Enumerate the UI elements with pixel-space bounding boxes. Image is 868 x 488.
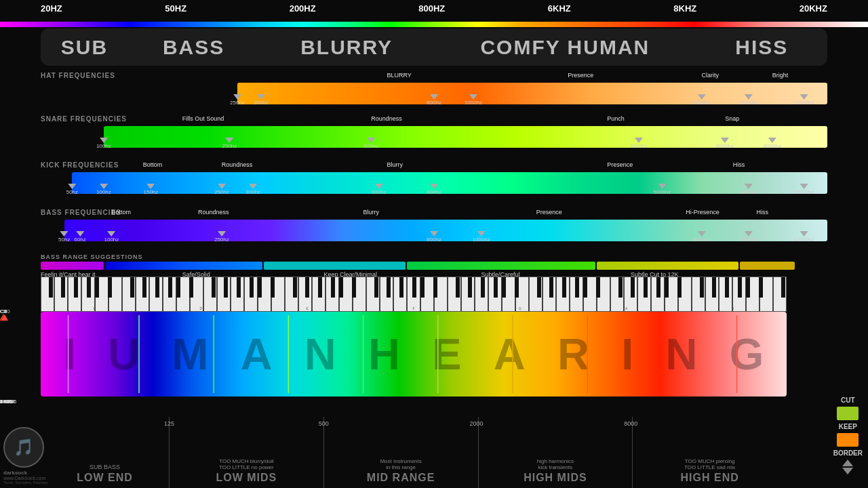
hat-marker-300: 300hz xyxy=(254,94,269,106)
bass-label-hiss: Hiss xyxy=(757,209,769,216)
bass-label-round: Roundness xyxy=(198,209,229,216)
side-panel: CUT KEEP BORDER xyxy=(833,396,863,474)
keep-bar xyxy=(837,433,859,447)
freq-label-200hz: 200HZ xyxy=(290,3,316,14)
freq-label-6khz: 6KHZ xyxy=(548,3,571,14)
bass-label-blurry: Blurry xyxy=(363,209,380,216)
spectrum-rainbow-bar xyxy=(0,22,868,27)
hl-H: H xyxy=(368,329,400,380)
hl-I: I xyxy=(64,329,76,380)
bass-m-1000: 1000hz xyxy=(472,231,490,243)
kick-label-blurry: Blurry xyxy=(387,161,403,168)
snare-bar-area: Fills Out Sound Roundness Punch Snap 100… xyxy=(41,126,827,148)
bottom-labels-section: SUB BASS LOW END 125 TOO MUCH blurry/dul… xyxy=(41,417,787,488)
hl-E: E xyxy=(432,329,461,380)
bottom-mid-range-sub: Most Instruments in this range xyxy=(380,458,421,470)
bottom-high-mids-sub: high harmonics kick transients xyxy=(537,458,574,470)
piano-black-keys xyxy=(41,277,786,298)
snare-label-round: Roundness xyxy=(371,115,402,122)
bass-range-bars xyxy=(41,262,827,270)
hearing-letters-row: I U M A N H E A R I N G xyxy=(41,312,787,396)
freq-label-8khz: 8KHZ xyxy=(673,3,696,14)
kick-label-bottom: Bottom xyxy=(143,161,163,168)
bottom-sub-bass-text: SUB BASS xyxy=(90,464,120,470)
range-bass: BASS xyxy=(128,36,259,59)
bass-label-bottom: Bottom xyxy=(111,209,131,216)
range-comfy: COMFY HUMAN xyxy=(434,36,696,59)
bass-m-8000: 8000hz xyxy=(740,231,757,243)
hl-M: M xyxy=(172,329,208,380)
hat-marker-1000: 1000hz xyxy=(465,94,482,106)
kick-m-600: 600hz xyxy=(372,184,387,195)
bass-section: BASS FREQUENCIES Bottom Roundness Blurry… xyxy=(41,209,827,241)
bass-bar xyxy=(64,220,827,241)
snare-marker-8000: 8000hz xyxy=(764,138,781,149)
border-arrows xyxy=(842,460,853,474)
br-bar-4 xyxy=(407,262,595,270)
bass-range-title: BASS RANGE SUGGESTIONS xyxy=(41,253,827,260)
kick-m-800: 800hz xyxy=(427,184,441,195)
snare-title: SNARE FREQUENCIES xyxy=(41,115,827,123)
logo-tagline: Tools, Samples, Patches xyxy=(3,481,64,485)
snare-label-fills: Fills Out Sound xyxy=(182,115,224,122)
logo-area: 🎵 darksock www.DarkSock.com Tools, Sampl… xyxy=(3,427,64,485)
bass-m-50: 50hz xyxy=(58,231,70,243)
kick-m-250: 250hz xyxy=(214,184,229,195)
freq-label-50hz: 50HZ xyxy=(165,3,186,14)
hat-label-clarity: Clarity xyxy=(701,72,719,79)
border-arrow-up xyxy=(842,460,853,466)
bass-m-12000: 12000hz xyxy=(793,231,814,243)
bottom-low-mids-sub: TOO MUCH blurry/dull TOO LITTLE no power xyxy=(219,458,274,470)
kick-m-300: 300hz xyxy=(245,184,260,195)
range-hiss: HISS xyxy=(696,36,827,59)
hat-label-bright: Bright xyxy=(772,72,789,79)
range-blurry: BLURRY xyxy=(259,36,434,59)
bottom-low-mids-label: LOW MIDS xyxy=(216,472,277,484)
kick-m-8000: 8000hz xyxy=(740,184,757,195)
cut-label: CUT xyxy=(841,396,855,404)
freq-labels-row: 20HZ 50HZ 200HZ 800HZ 6KHZ 8KHZ 20KHZ xyxy=(41,3,827,14)
hat-label-blurry: BLURRY xyxy=(387,72,411,79)
piano-keyboard: C D E F G A B xyxy=(41,277,787,312)
snare-section: SNARE FREQUENCIES Fills Out Sound Roundn… xyxy=(41,115,827,148)
border-label: BORDER xyxy=(833,449,863,457)
br-bar-6 xyxy=(740,262,795,270)
bottom-high-mids-label: HIGH MIDS xyxy=(524,472,587,484)
bottom-high-end-sub: TOO MUCH piercing TOO LITTLE sad mix xyxy=(684,458,735,470)
kick-m-150: 150hz xyxy=(143,184,158,195)
hat-bar-area: BLURRY Presence Clarity Bright 250hz 300… xyxy=(41,83,827,104)
bottom-mid-range-label: MID RANGE xyxy=(367,472,435,484)
kick-m-5000: 5000hz xyxy=(653,184,671,195)
hl-A: A xyxy=(241,329,273,380)
hat-marker-800: 800hz xyxy=(427,94,441,106)
bass-m-250: 250hz xyxy=(214,231,229,243)
piano-keys-container: C D E F G A B xyxy=(41,277,786,311)
kick-label-round: Roundness xyxy=(222,161,253,168)
kick-m-12000: 12000hz xyxy=(793,184,814,195)
bottom-high-end-label: HIGH END xyxy=(681,472,739,484)
hearing-section-overlay: I U M A N H E A R I N G xyxy=(41,312,787,396)
snare-label-snap: Snap xyxy=(725,115,739,122)
logo-circle: 🎵 xyxy=(3,427,44,468)
hat-bar xyxy=(237,83,827,104)
kick-label-hiss: Hiss xyxy=(733,161,745,168)
piano-note-names: C D E F G A B xyxy=(41,306,786,310)
hl-N: N xyxy=(304,329,336,380)
logo-url: www.DarkSock.com xyxy=(3,476,64,481)
bottom-mid-range: Most Instruments in this range MID RANGE… xyxy=(324,417,479,488)
hat-marker-250: 250hz xyxy=(230,94,245,106)
hat-section: HAT FREQUENCIES BLURRY Presence Clarity … xyxy=(41,72,827,104)
bass-m-60: 60hz xyxy=(74,231,85,243)
bottom-high-end: TOO MUCH piercing TOO LITTLE sad mix HIG… xyxy=(633,417,787,488)
bass-m-100: 100hz xyxy=(104,231,119,243)
hl-A2: A xyxy=(494,329,526,380)
kick-section: KICK FREQUENCIES Bottom Roundness Blurry… xyxy=(41,161,827,194)
bass-label-hipres: Hi-Presence xyxy=(686,209,719,216)
bass-m-800: 800hz xyxy=(427,231,441,243)
hat-marker-6000: 6000hz xyxy=(692,94,710,106)
kick-m-100: 100hz xyxy=(96,184,111,195)
freq-label-20khz: 20KHZ xyxy=(800,3,827,14)
c10-freq: 16744 xyxy=(0,399,15,405)
cut-bar xyxy=(837,407,859,420)
kick-bar-area: Bottom Roundness Blurry Presence Hiss 50… xyxy=(41,172,827,194)
